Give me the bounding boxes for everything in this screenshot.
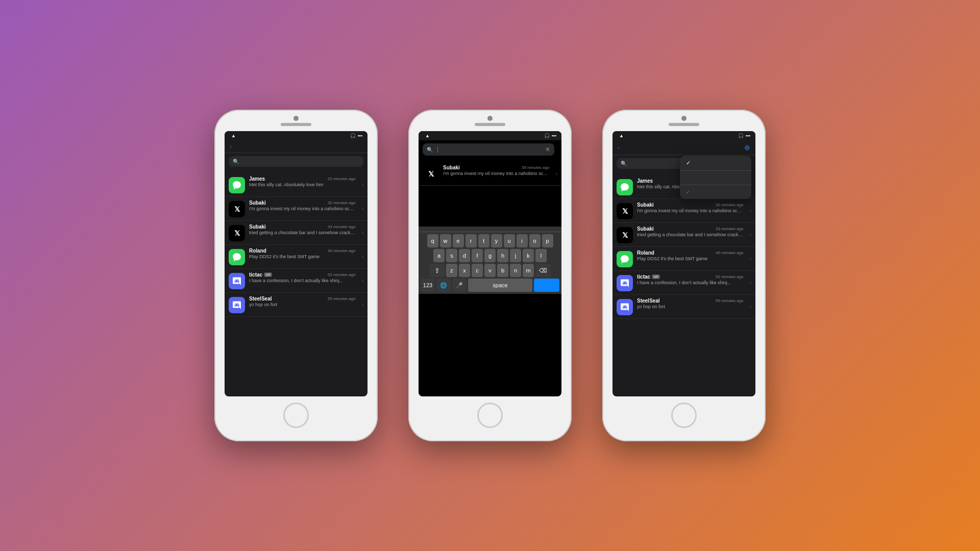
space-key[interactable]: space (468, 279, 532, 292)
notif-row-4[interactable]: tictacNR52 minutes agoI have a confessio… (225, 269, 368, 293)
discord-icon (229, 297, 245, 313)
kb-row-2: a s d f g h j k l (420, 249, 560, 262)
key-b[interactable]: b (497, 264, 508, 277)
notif-time-4: 52 minutes ago (328, 272, 356, 277)
twitter-icon: 𝕏 (617, 203, 633, 219)
shift-key[interactable]: ⇧ (429, 264, 445, 277)
chevron-icon-4: › (362, 278, 363, 284)
notif-row-2[interactable]: 𝕏Subaki33 minutes agotried getting a cho… (225, 221, 368, 245)
app-name-4: tictac (637, 274, 650, 280)
notif-text-4: I have a confession, I don't actually li… (637, 280, 744, 286)
sort-date[interactable]: ✓ (680, 185, 751, 199)
wifi-icon-3: ▲ (619, 133, 624, 138)
notif-time-5: 55 minutes ago (716, 298, 744, 303)
notif-row-5[interactable]: SteelSeal55 minutes agoyo hop on fort› (225, 293, 368, 317)
key-c[interactable]: c (472, 264, 483, 277)
keyboard-suggestions (420, 230, 560, 232)
key-o[interactable]: o (529, 234, 541, 247)
messages-icon (617, 179, 633, 195)
search-key[interactable] (534, 279, 559, 292)
key-s[interactable]: s (446, 249, 457, 262)
messages-icon (617, 251, 633, 267)
search-result-content: Subaki35 minutes agoI'm gonna invest my … (443, 165, 550, 177)
phone-1-screen: ▲ 🎧 ▪▪▪ ‹ 🔍 James23 minutes agoMet this … (225, 131, 368, 396)
nav-bar-1: ‹ (225, 140, 368, 153)
key-v[interactable]: v (484, 264, 496, 277)
key-z[interactable]: z (446, 264, 457, 277)
app-name-5: SteelSeal (637, 298, 659, 304)
app-name-3: Roland (637, 250, 654, 256)
key-q[interactable]: q (427, 234, 438, 247)
home-button-1[interactable] (283, 403, 309, 428)
back-button-1[interactable]: ‹ (230, 143, 233, 149)
speaker (281, 123, 311, 126)
clear-button[interactable]: ✕ (545, 146, 550, 153)
twitter-icon: 𝕏 (423, 166, 439, 182)
key-f[interactable]: f (472, 249, 483, 262)
key-l[interactable]: l (535, 249, 547, 262)
kb-row-4: 123 🌐 🎤 space (420, 279, 560, 292)
key-y[interactable]: y (491, 234, 502, 247)
status-bar-2: ▲ 🎧 ▪▪▪ (419, 131, 561, 140)
notif-row-1[interactable]: 𝕏Subaki32 minutes agoI'm gonna invest my… (612, 199, 755, 223)
key-k[interactable]: k (523, 249, 534, 262)
key-p[interactable]: p (542, 234, 553, 247)
key-a[interactable]: a (433, 249, 445, 262)
status-bar-1: ▲ 🎧 ▪▪▪ (225, 131, 368, 140)
notif-text-1: I'm gonna invest my oil money into a nah… (637, 208, 744, 214)
home-button-3[interactable] (671, 403, 697, 428)
result-time: 35 minutes ago (522, 165, 550, 170)
num-key[interactable]: 123 (421, 279, 435, 292)
notif-row-5[interactable]: SteelSeal55 minutes agoyo hop on fort› (612, 295, 755, 319)
key-w[interactable]: w (440, 234, 451, 247)
key-n[interactable]: n (510, 264, 521, 277)
key-g[interactable]: g (484, 249, 496, 262)
key-x[interactable]: x (459, 264, 470, 277)
battery-icon-3: ▪▪▪ (745, 133, 750, 138)
app-name-1: Subaki (637, 202, 654, 208)
chevron-icon-3: › (750, 256, 751, 262)
key-d[interactable]: d (459, 249, 470, 262)
key-e[interactable]: e (453, 234, 464, 247)
globe-key[interactable]: 🌐 (436, 279, 451, 292)
sort-application[interactable]: ✓ (680, 171, 751, 185)
app-name-0: James (637, 178, 653, 184)
notif-row-3[interactable]: Roland40 minutes agoPlay DDS2 it's the b… (612, 247, 755, 271)
search-icon-3: 🔍 (621, 161, 627, 166)
key-t[interactable]: t (478, 234, 489, 247)
status-right-3: 🎧 ▪▪▪ (738, 133, 750, 138)
key-h[interactable]: h (497, 249, 508, 262)
date-check: ✓ (686, 189, 692, 195)
delete-key[interactable]: ⌫ (535, 264, 551, 277)
more-icon-3[interactable]: ⊕ (744, 143, 750, 152)
headphone-icon-3: 🎧 (738, 133, 744, 138)
notif-row-2[interactable]: 𝕏Subaki33 minutes agotried getting a cho… (612, 223, 755, 247)
key-m[interactable]: m (523, 264, 534, 277)
notif-text-3: Play DDS2 it's the best SMT game (637, 256, 744, 262)
phone-2: ▲ 🎧 ▪▪▪ 🔍 ✕ 𝕏Subaki35 minutes agoI'm gon… (408, 110, 572, 441)
key-i[interactable]: i (517, 234, 528, 247)
status-right: 🎧 ▪▪▪ (350, 133, 362, 138)
notif-time-3: 40 minutes ago (716, 251, 744, 255)
discord-icon (229, 273, 245, 289)
key-j[interactable]: j (510, 249, 521, 262)
search-input-container[interactable]: 🔍 ✕ (423, 143, 554, 156)
notif-row-1[interactable]: 𝕏Subaki32 minutes agoI'm gonna invest my… (225, 197, 368, 221)
search-bar-1[interactable]: 🔍 (229, 156, 363, 167)
mic-key[interactable]: 🎤 (452, 279, 467, 292)
status-left: ▲ (230, 133, 236, 138)
app-name-5: SteelSeal (249, 296, 272, 302)
front-camera-2 (487, 116, 493, 121)
key-u[interactable]: u (504, 234, 515, 247)
notif-row-0[interactable]: James23 minutes agoMet this silly cat. A… (225, 173, 368, 197)
key-r[interactable]: r (465, 234, 477, 247)
notif-row-3[interactable]: Roland40 minutes agoPlay DDS2 it's the b… (225, 245, 368, 269)
notif-row-4[interactable]: tictacNR52 minutes agoI have a confessio… (612, 271, 755, 295)
notif-time-2: 33 minutes ago (328, 224, 356, 229)
search-result-row[interactable]: 𝕏Subaki35 minutes agoI'm gonna invest my… (419, 162, 561, 186)
sort-dropdown: ✓ ✓ ✓ (680, 156, 751, 199)
messages-icon (229, 177, 245, 193)
status-right-2: 🎧 ▪▪▪ (544, 133, 556, 138)
home-button-2[interactable] (477, 403, 503, 428)
back-button-3[interactable]: ‹ (618, 144, 621, 151)
